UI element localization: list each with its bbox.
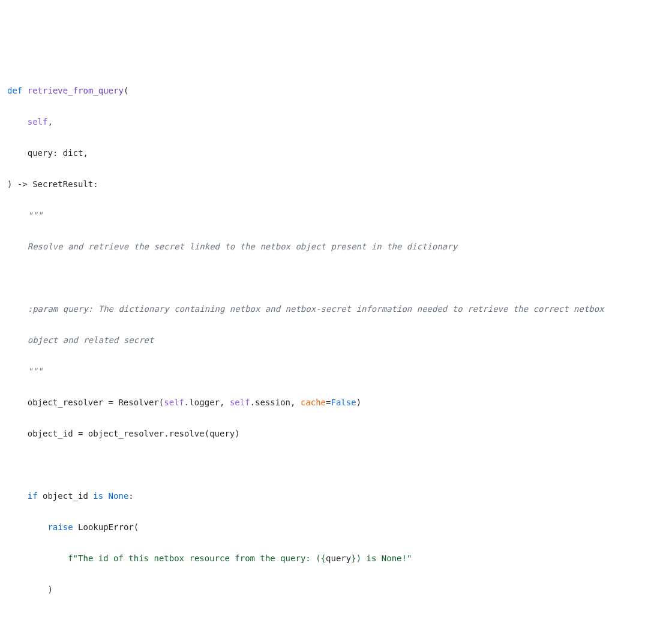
code-line[interactable]: def retrieve_from_query( [7,83,653,98]
code-line[interactable]: """ [7,207,653,223]
keyword-def: def [7,86,22,95]
keyword-if: if [28,491,38,501]
string-literal: ) is None!" [356,553,412,563]
code-text: object_id [38,491,94,501]
fstring-brace: { [321,553,326,563]
punct: ) [47,585,52,594]
docstring-close: """ [28,366,43,376]
code-line[interactable]: query: dict, [7,145,653,161]
code-editor[interactable]: def retrieve_from_query( self, query: di… [7,67,653,644]
code-line[interactable]: object_resolver = Resolver(self.logger, … [7,395,653,410]
code-text: object_resolver = Resolver( [28,398,164,407]
function-name: retrieve_from_query [28,86,124,95]
space [103,491,108,501]
param-name: query [28,148,53,158]
keyword-is: is [93,491,103,501]
punct: ( [124,86,128,95]
code-line[interactable]: if object_id is None: [7,488,653,504]
code-text: .session, [250,398,301,407]
code-line[interactable] [7,270,653,285]
string-literal: "The id of this netbox resource from the… [73,553,321,563]
punct: ) [356,398,361,407]
fstring-prefix: f [68,553,73,563]
fstring-brace: } [351,553,356,563]
self-ref: self [164,398,184,407]
code-line[interactable]: ) -> SecretResult: [7,176,653,192]
code-line[interactable]: object_id = object_resolver.resolve(quer… [7,426,653,441]
self-param: self [28,117,48,127]
self-ref: self [230,398,250,407]
code-line[interactable]: Resolve and retrieve the secret linked t… [7,239,653,254]
keyword-raise: raise [47,522,73,532]
fstring-expr: query [326,553,351,563]
punct: : [53,148,63,158]
kwarg: cache [301,398,326,407]
code-line[interactable]: :param query: The dictionary containing … [7,301,653,317]
code-line[interactable]: f"The id of this netbox resource from th… [7,550,653,566]
code-line[interactable]: raise LookupError( [7,519,653,535]
docstring-open: """ [28,210,43,220]
code-line[interactable]: ) [7,582,653,597]
bool-literal: False [331,398,356,407]
punct: : [128,491,133,501]
code-text: .logger, [184,398,230,407]
code-line[interactable]: object and related secret [7,332,653,348]
code-line[interactable]: """ [7,363,653,379]
docstring-text: object and related secret [28,335,154,345]
type-hint: dict [63,148,83,158]
code-line[interactable] [7,457,653,473]
code-line[interactable]: self, [7,114,653,130]
punct: , [47,117,52,127]
code-line[interactable] [7,613,653,628]
punct: : [93,179,98,189]
code-text: object_id = object_resolver.resolve(quer… [28,429,240,438]
docstring-text: Resolve and retrieve the secret linked t… [28,242,457,251]
punct: , [83,148,88,158]
return-type: SecretResult [32,179,93,189]
docstring-text: :param query: The dictionary containing … [28,304,604,314]
code-text: LookupError( [73,522,139,532]
punct: ) -> [7,179,32,189]
none-literal: None [109,491,129,501]
